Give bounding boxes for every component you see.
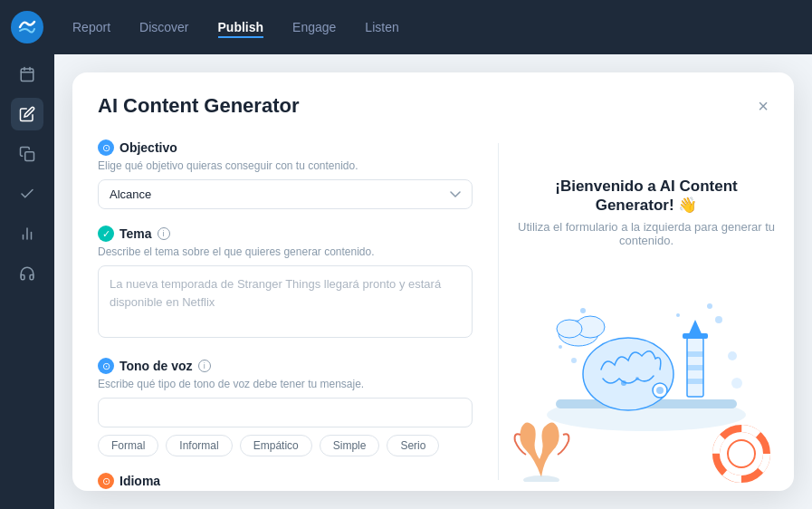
tone-pills-group: Formal Informal Empático Simple Serio — [98, 435, 473, 456]
tone-pill-formal[interactable]: Formal — [98, 435, 158, 456]
tone-pill-informal[interactable]: Informal — [166, 435, 232, 456]
tono-title: Tono de voz — [119, 359, 193, 373]
svg-rect-19 — [687, 379, 703, 384]
nav-report[interactable]: Report — [72, 16, 110, 38]
svg-point-0 — [11, 11, 43, 43]
idioma-icon: ⊙ — [98, 473, 114, 489]
form-panel: ⊙ Objectivo Elige qué objetivo quieras c… — [72, 132, 498, 491]
svg-rect-1 — [21, 69, 33, 82]
tono-label-row: ⊙ Tono de voz i — [98, 358, 473, 374]
nav-discover[interactable]: Discover — [139, 16, 188, 38]
svg-point-30 — [559, 345, 562, 349]
svg-rect-18 — [687, 365, 703, 370]
tone-pill-simple[interactable]: Simple — [320, 435, 380, 456]
top-navigation: Report Discover Publish Engage Listen — [54, 0, 812, 54]
svg-point-25 — [580, 308, 586, 313]
main-content: Report Discover Publish Engage Listen AI… — [54, 0, 812, 509]
svg-point-26 — [715, 316, 722, 323]
coral-decoration — [508, 409, 576, 482]
content-area: AI Content Generator × ⊙ Objectivo Elige… — [54, 54, 812, 509]
tema-title: Tema — [119, 226, 152, 241]
sidebar-analytics[interactable] — [11, 217, 43, 250]
tono-section: ⊙ Tono de voz i Escribe qué tipo de tono… — [98, 358, 473, 456]
sidebar-listen[interactable] — [11, 257, 43, 290]
svg-point-27 — [728, 351, 737, 360]
tema-info-icon[interactable]: i — [158, 227, 170, 240]
svg-point-11 — [583, 338, 673, 410]
tono-info-icon[interactable]: i — [198, 360, 211, 372]
sidebar — [0, 0, 54, 509]
right-panel: ¡Bienvenido a AI Content Generator! 👋 Ut… — [499, 132, 794, 491]
svg-point-28 — [571, 358, 577, 363]
welcome-title: ¡Bienvenido a AI Content Generator! 👋 — [517, 178, 776, 215]
nav-engage[interactable]: Engage — [292, 16, 336, 38]
svg-point-32 — [676, 313, 680, 317]
sidebar-compose[interactable] — [11, 98, 43, 130]
svg-point-31 — [707, 303, 712, 309]
modal-title: AI Content Generator — [98, 94, 299, 118]
tone-pill-serio[interactable]: Serio — [387, 435, 439, 456]
svg-point-36 — [728, 440, 755, 467]
svg-point-34 — [716, 428, 767, 479]
objectivo-select[interactable]: Alcance Engagement Conversión Awareness — [98, 179, 473, 209]
tema-icon: ✓ — [98, 226, 114, 242]
app-logo[interactable] — [11, 11, 43, 43]
objectivo-section: ⊙ Objectivo Elige qué objetivo quieras c… — [98, 139, 473, 209]
tema-section: ✓ Tema i Describe el tema sobre el que q… — [98, 226, 473, 341]
modal-header: AI Content Generator × — [72, 72, 794, 132]
svg-point-24 — [656, 387, 664, 394]
objectivo-desc: Elige qué objetivo quieras conseguir con… — [98, 159, 473, 172]
idioma-title: Idioma — [119, 474, 160, 488]
svg-point-22 — [557, 320, 582, 338]
svg-rect-5 — [25, 152, 34, 161]
life-ring-decoration — [712, 425, 771, 484]
svg-rect-17 — [687, 351, 703, 357]
tema-desc: Describe el tema sobre el que quieres ge… — [98, 245, 473, 258]
svg-point-13 — [635, 377, 639, 380]
tema-textarea[interactable] — [98, 265, 473, 338]
tono-input[interactable] — [98, 398, 473, 427]
sidebar-check[interactable] — [11, 178, 43, 210]
svg-rect-16 — [683, 333, 708, 339]
idioma-section: ⊙ Idioma Español English Français Deutsc… — [98, 473, 473, 491]
tono-icon: ⊙ — [98, 358, 114, 374]
objectivo-title: Objectivo — [119, 140, 177, 155]
sidebar-calendar[interactable] — [11, 58, 43, 91]
idioma-label-row: ⊙ Idioma — [98, 473, 473, 489]
svg-point-33 — [523, 475, 559, 482]
svg-point-12 — [621, 380, 626, 386]
modal-card: AI Content Generator × ⊙ Objectivo Elige… — [72, 72, 794, 491]
nav-publish[interactable]: Publish — [218, 16, 264, 38]
nav-listen[interactable]: Listen — [365, 16, 398, 38]
sidebar-copy[interactable] — [11, 138, 43, 170]
svg-point-29 — [731, 378, 742, 389]
welcome-subtitle: Utiliza el formulario a la izquierda par… — [517, 220, 776, 247]
close-button[interactable]: × — [758, 97, 769, 115]
objectivo-icon: ⊙ — [98, 139, 114, 156]
modal-body: ⊙ Objectivo Elige qué objetivo quieras c… — [72, 132, 794, 491]
tone-pill-empatico[interactable]: Empático — [240, 435, 312, 456]
tono-desc: Escribe qué tipo de tono de voz debe ten… — [98, 378, 473, 390]
objectivo-label-row: ⊙ Objectivo — [98, 139, 473, 156]
tema-label-row: ✓ Tema i — [98, 226, 473, 242]
